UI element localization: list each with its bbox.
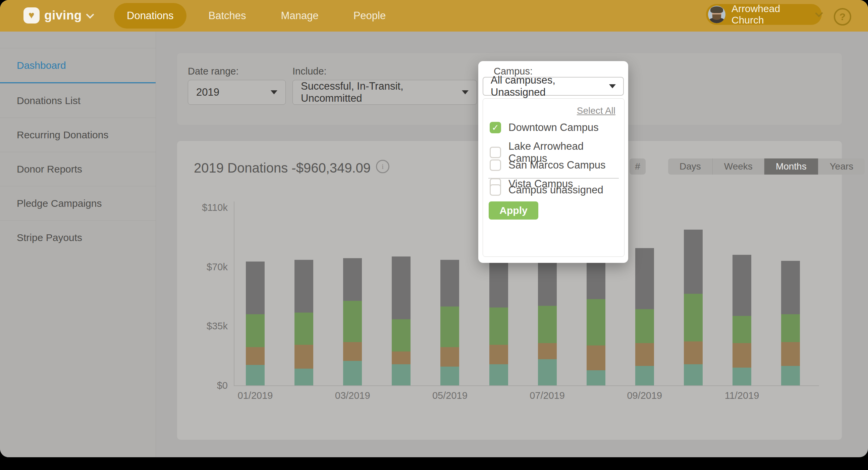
bar-segment-gray: [489, 259, 508, 307]
bar-segment-teal: [733, 368, 751, 385]
nav-item-batches[interactable]: Batches: [196, 3, 259, 29]
bar-segment-teal: [684, 364, 703, 385]
bar-segment-teal: [440, 366, 459, 385]
select-all-link[interactable]: Select All: [577, 106, 615, 116]
app-window: ♥ giving DonationsBatchesManagePeople Ar…: [0, 0, 868, 457]
sidebar-item-dashboard[interactable]: Dashboard: [0, 48, 156, 83]
sidebar-list: DashboardDonations ListRecurring Donatio…: [0, 48, 156, 255]
include-label: Include:: [292, 66, 327, 77]
bar-11-2019: [733, 255, 751, 385]
nav-item-manage[interactable]: Manage: [268, 3, 331, 29]
period-toggle-group: DaysWeeksMonthsYears: [668, 158, 865, 175]
bar-segment-teal: [781, 366, 800, 385]
x-axis-tick-label: 03/2019: [316, 390, 390, 401]
bar-07-2019: [538, 260, 557, 385]
heart-icon: ♥: [29, 10, 35, 20]
bar-segment-tan: [684, 342, 703, 364]
caret-down-icon: [462, 90, 469, 94]
top-nav-bar: ♥ giving DonationsBatchesManagePeople Ar…: [0, 0, 868, 32]
y-axis-tick-label: $110k: [174, 202, 228, 213]
sidebar-item-recurring-donations[interactable]: Recurring Donations: [0, 117, 156, 152]
x-axis-tick-label: 09/2019: [608, 390, 682, 401]
checkbox-unchecked-icon[interactable]: [490, 147, 501, 158]
bar-segment-tan: [733, 343, 751, 368]
y-axis-tick-label: $0: [174, 380, 228, 391]
bar-10-2019: [684, 230, 703, 385]
campus-option-campus-unassigned[interactable]: Campus unassigned: [490, 184, 603, 196]
bar-segment-gray: [733, 255, 751, 316]
bar-09-2019: [635, 248, 654, 385]
bar-segment-tan: [343, 342, 362, 361]
bar-segment-teal: [635, 366, 654, 385]
count-toggle-button[interactable]: #: [629, 158, 646, 175]
period-toggle-months[interactable]: Months: [764, 158, 818, 175]
caret-down-icon: [271, 90, 277, 94]
nav-item-people[interactable]: People: [341, 3, 399, 29]
sidebar-item-donations-list[interactable]: Donations List: [0, 83, 156, 117]
period-toggle-years[interactable]: Years: [818, 158, 865, 175]
account-name: Arrowhead Church: [732, 3, 811, 26]
avatar: [708, 6, 725, 23]
bar-segment-gray: [781, 261, 800, 314]
sidebar-item-pledge-campaigns[interactable]: Pledge Campaigns: [0, 186, 156, 220]
bar-03-2019: [343, 258, 362, 385]
bar-segment-green: [343, 301, 362, 343]
bar-05-2019: [440, 260, 459, 385]
bar-segment-gray: [294, 260, 313, 313]
bar-segment-teal: [343, 361, 362, 385]
bar-segment-green: [781, 314, 800, 342]
product-name: giving: [44, 8, 82, 23]
bar-segment-tan: [587, 346, 606, 370]
bar-segment-gray: [392, 257, 410, 319]
sidebar-item-donor-reports[interactable]: Donor Reports: [0, 152, 156, 186]
product-switcher[interactable]: ♥ giving: [24, 7, 93, 24]
bar-segment-green: [489, 307, 508, 345]
checkbox-unchecked-icon[interactable]: [490, 184, 501, 196]
x-axis-tick-label: 11/2019: [705, 390, 779, 401]
campus-select[interactable]: All campuses, Unassigned: [483, 77, 624, 96]
bar-segment-tan: [538, 343, 557, 359]
account-menu[interactable]: Arrowhead Church: [706, 4, 822, 25]
bar-segment-teal: [538, 359, 557, 385]
include-select[interactable]: Successful, In-Transit, Uncommitted: [292, 80, 477, 105]
x-axis-tick-label: 07/2019: [510, 390, 584, 401]
nav-item-donations[interactable]: Donations: [114, 3, 186, 29]
chart-title: 2019 Donations -$960,349.09: [194, 160, 371, 176]
campus-option-label: Downtown Campus: [508, 121, 599, 134]
date-range-select[interactable]: 2019: [188, 80, 286, 105]
apply-button[interactable]: Apply: [489, 201, 538, 219]
period-toggle-days[interactable]: Days: [668, 158, 713, 175]
checkbox-unchecked-icon[interactable]: [490, 159, 501, 171]
bar-segment-gray: [440, 260, 459, 306]
campus-option-san-marcos-campus[interactable]: San Marcos Campus: [490, 159, 606, 171]
bar-segment-green: [684, 294, 703, 341]
bar-segment-gray: [587, 258, 606, 299]
help-icon[interactable]: ?: [834, 8, 851, 26]
bar-04-2019: [392, 257, 410, 385]
checkbox-checked-icon[interactable]: ✓: [490, 122, 501, 133]
bar-segment-green: [635, 309, 654, 343]
bar-segment-green: [587, 299, 606, 346]
info-icon[interactable]: i: [376, 160, 390, 173]
giving-logo: ♥: [24, 7, 39, 24]
x-axis-tick-label: 01/2019: [218, 390, 292, 401]
chevron-down-icon: [815, 9, 823, 17]
campus-option-downtown-campus[interactable]: ✓Downtown Campus: [490, 121, 599, 134]
bar-02-2019: [294, 260, 313, 385]
main-nav: DonationsBatchesManagePeople: [114, 0, 398, 32]
bar-segment-gray: [538, 260, 557, 305]
date-range-label: Date range:: [188, 66, 239, 77]
bar-segment-tan: [635, 343, 654, 366]
bar-segment-gray: [635, 248, 654, 309]
sidebar-item-stripe-payouts[interactable]: Stripe Payouts: [0, 220, 156, 255]
caret-down-icon: [609, 84, 616, 88]
campus-menu: Select All Apply ✓Downtown CampusLake Ar…: [483, 98, 624, 257]
bar-segment-tan: [392, 352, 410, 364]
bar-segment-teal: [294, 369, 313, 385]
bar-01-2019: [246, 262, 265, 385]
period-toggle-weeks[interactable]: Weeks: [713, 158, 764, 175]
bar-08-2019: [587, 258, 606, 385]
bar-segment-teal: [587, 370, 606, 385]
chevron-down-icon: [86, 10, 94, 19]
sidebar: DashboardDonations ListRecurring Donatio…: [0, 32, 156, 457]
